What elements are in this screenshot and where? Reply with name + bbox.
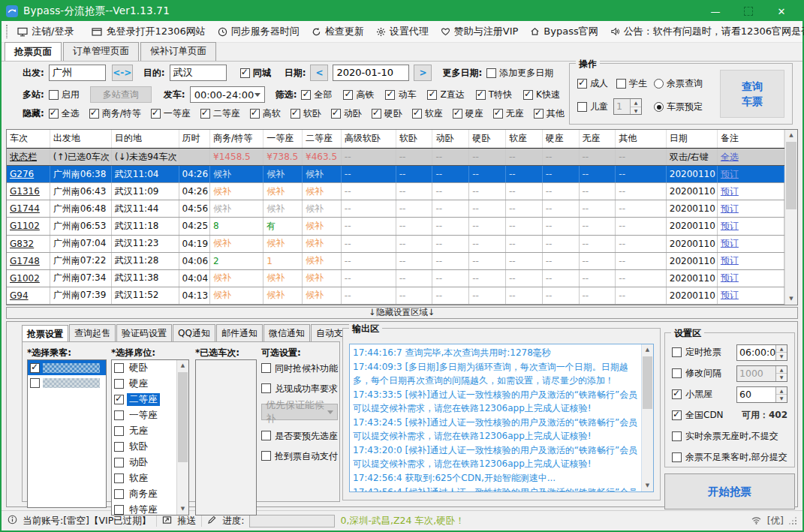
date-prev-button[interactable]: < [310,65,328,81]
adult-option[interactable]: 成人 [577,77,608,90]
spinner-arrows[interactable]: ▲▼ [630,99,641,114]
filter-option-3[interactable]: Z直达 [427,89,464,101]
book-link[interactable]: 预订 [717,252,784,269]
enable-option[interactable]: 启用 [49,89,80,101]
settings-checkbox-4[interactable] [672,431,682,441]
output-scrollbar[interactable]: ▲ ▼ [641,344,653,491]
optional-top-option-1[interactable]: 兑现成功率要求 [261,383,339,394]
toolbar-item-3[interactable]: 检查更新 [306,23,369,41]
filter-option-1[interactable]: 高铁 [343,89,374,101]
spinner-arrows[interactable]: ▲▼ [775,345,787,360]
multi-station-query-button[interactable]: 多站查询 [90,86,152,103]
hide-option-11[interactable]: 其他 [534,107,565,120]
ticket-book-option[interactable]: 车票预定 [654,101,703,113]
child-count-spinner[interactable]: 1 ▲▼ [613,98,642,115]
train-number-link[interactable]: G276 [7,166,50,183]
settings-tab-5[interactable]: 微信通知 [263,324,310,342]
column-header-6[interactable]: 二等座 [303,130,342,149]
hide-option-10[interactable]: 无座 [493,107,524,120]
student-option[interactable]: 学生 [616,77,647,90]
table-scrollbar[interactable]: ▲ ▼ [784,130,797,305]
settings-spinner-1[interactable]: 1000▲▼ [736,365,787,382]
toolbar-grip[interactable] [6,25,8,38]
column-header-8[interactable]: 软卧 [396,130,432,149]
settings-checkbox-1[interactable] [672,368,682,378]
ticket-book-radio[interactable] [654,102,664,112]
hide-option-9[interactable]: 硬座 [453,107,483,120]
book-link[interactable]: 预订 [717,166,784,183]
train-number-link[interactable]: G1002 [7,269,50,287]
optional-bottom-checkbox-1[interactable] [261,451,271,461]
column-header-10[interactable]: 硬卧 [469,130,506,149]
optional-top-option-0[interactable]: 同时抢候补功能 [261,363,339,374]
column-header-5[interactable]: 一等座 [263,130,303,149]
seat-checkbox-0[interactable] [114,363,124,373]
train-row-G276[interactable]: G276广州南06:38武汉11:0404:26候补候补候补----------… [7,166,784,183]
seat-option-9[interactable]: 特等座 [112,502,176,515]
selected-trains-list[interactable] [195,359,257,515]
toolbar-item-1[interactable]: 免登录打开12306网站 [86,23,210,41]
toolbar-item-2[interactable]: 同步服务器时间 [212,23,305,41]
settings-tab-4[interactable]: 邮件通知 [216,324,263,342]
settings-checkbox-2[interactable] [672,389,682,399]
scrollbar-thumb[interactable] [643,356,652,409]
hide-checkbox-0[interactable] [49,109,59,119]
hide-checkbox-11[interactable] [534,109,544,119]
child-option[interactable]: 儿童 [577,101,608,113]
page-tab-0[interactable]: 抢票页面 [5,42,62,62]
seat-checkbox-8[interactable] [114,489,124,499]
settings-tab-1[interactable]: 查询起售 [69,324,116,342]
column-header-7[interactable]: 高级软卧 [341,130,396,149]
output-box[interactable]: 17:44:16:7 查询完毕,本次查询共用时:1278毫秒17:44:09:3… [349,344,654,492]
close-button[interactable]: ✕ [765,2,798,21]
ticket-query-option[interactable]: 余票查询 [654,77,703,90]
train-number-link[interactable]: G1744 [7,200,50,218]
seat-checkbox-1[interactable] [114,379,124,389]
train-row-G1744[interactable]: G1744广州南06:48武汉11:4404:56候补候补候补---------… [7,200,784,218]
train-row-G832[interactable]: G832广州南07:04武汉11:2304:19候补候补候补----------… [7,235,784,252]
settings-tab-2[interactable]: 验证码设置 [116,324,172,342]
query-tickets-button[interactable]: 查询车票 [720,70,784,118]
seat-checkbox-5[interactable] [114,442,124,452]
adult-checkbox[interactable] [577,79,587,89]
optional-top-checkbox-1[interactable] [261,383,271,393]
scroll-up-icon[interactable]: ▲ [642,344,653,356]
seat-option-0[interactable]: 硬卧 [112,360,176,376]
hide-option-7[interactable]: 硬卧 [372,107,402,120]
from-input[interactable]: 广州 [49,65,106,81]
filter-checkbox-1[interactable] [343,90,353,100]
seat-option-7[interactable]: 软座 [112,470,176,486]
filter-option-5[interactable]: K快速 [523,89,560,101]
train-row-G1002[interactable]: G1002广州南07:34武汉11:3804:04候补候补候补---------… [7,269,784,287]
same-city-checkbox[interactable] [240,68,250,78]
settings-tab-0[interactable]: 抢票设置 [22,325,68,343]
toolbar-item-6[interactable]: Bypass官网 [525,23,603,41]
seat-list[interactable]: 硬卧硬座二等座一等座无座软卧动卧软座商务座特等座 ▲ ▼ [111,359,189,515]
column-header-2[interactable]: 目的地 [111,130,179,149]
book-link[interactable]: 预订 [717,287,784,304]
settings-spinner-2[interactable]: 60▲▼ [736,386,787,403]
hide-checkbox-9[interactable] [453,109,462,119]
hide-checkbox-8[interactable] [412,109,422,119]
hide-option-4[interactable]: 高软 [250,107,281,120]
optional-top-checkbox-0[interactable] [261,363,271,373]
scroll-down-icon[interactable]: ▼ [177,503,188,515]
seat-option-1[interactable]: 硬座 [112,376,176,392]
hide-option-2[interactable]: 一等座 [151,107,191,120]
optional-bottom-option-1[interactable]: 抢到票自动支付 [261,451,339,461]
column-header-11[interactable]: 软座 [505,130,542,149]
hide-checkbox-1[interactable] [89,109,99,119]
column-header-4[interactable]: 商务/特等 [210,130,263,149]
train-number-link[interactable]: G1748 [7,252,50,269]
column-header-14[interactable]: 其他 [616,130,667,149]
spinner-arrows[interactable]: ▲▼ [775,387,787,402]
settings-spinner-0[interactable]: 06:00:00▲▼ [736,344,787,361]
hide-option-1[interactable]: 商务/特等 [89,107,141,120]
passenger-item-1[interactable] [28,375,106,390]
column-header-9[interactable]: 动卧 [432,130,469,149]
resize-grip[interactable] [789,517,796,524]
book-link[interactable]: 预订 [717,183,784,200]
seat-checkbox-9[interactable] [114,505,124,515]
settings-checkbox-3[interactable] [672,410,682,420]
minimize-button[interactable]: — [699,2,732,21]
